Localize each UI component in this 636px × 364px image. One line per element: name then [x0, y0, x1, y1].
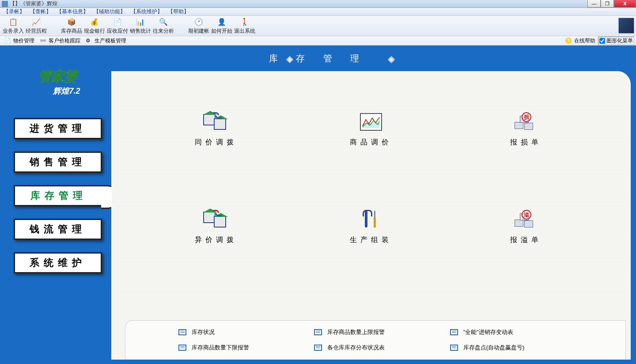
chart-icon — [358, 111, 384, 133]
doc-icon: 📄 — [113, 17, 122, 27]
nav-purchase[interactable]: 进货管理 — [14, 118, 102, 139]
table-icon — [178, 329, 186, 335]
link-upper-alarm[interactable]: 库存商品数量上限报警 — [314, 328, 436, 336]
transfer-same-price-button[interactable]: 同价调拨 — [138, 111, 293, 147]
warehouse-transfer-icon — [203, 111, 229, 133]
close-button[interactable]: X — [614, 0, 636, 8]
app-icon — [2, 1, 8, 7]
nav-inventory[interactable]: 库存管理 — [14, 185, 102, 206]
warehouse-transfer-diff-icon — [203, 209, 229, 230]
table-icon — [450, 329, 458, 335]
app-logo-icon — [618, 18, 634, 34]
gear-icon: ⚙ — [86, 38, 93, 44]
logo-sub: 辉煌7.2 — [53, 86, 80, 96]
online-help-link[interactable]: 在线帮助 — [574, 37, 595, 45]
nav-system[interactable]: 系统维护 — [14, 252, 102, 273]
tb-exit[interactable]: 🚶退出系统 — [233, 17, 256, 35]
menu-aux[interactable]: 【辅助功能】 — [94, 8, 125, 15]
search-icon: 🔍 — [159, 17, 168, 27]
minimize-button[interactable]: — — [587, 0, 601, 8]
menu-basic[interactable]: 【基本信息】 — [57, 8, 88, 15]
table-icon — [314, 345, 322, 351]
main-area: 库 存 管 理 管家婆 辉煌7.2 进货管理 销售管理 库存管理 钱流管理 系统… — [0, 46, 636, 364]
nav-sales[interactable]: 销售管理 — [14, 152, 102, 173]
stats-icon: 📊 — [136, 17, 145, 27]
price-adjust-button[interactable]: 商品调价 — [293, 111, 448, 147]
link-all-report[interactable]: "全能"进销存变动表 — [450, 328, 572, 336]
menu-bar: 【录帐】 【查帐】 【基本信息】 【辅助功能】 【系统维护】 【帮助】 — [0, 8, 636, 16]
tb-howto[interactable]: 👤如何开始 — [210, 17, 233, 35]
money-icon: 💰 — [90, 17, 99, 27]
chart-icon: 📈 — [31, 17, 41, 27]
tools-icon — [358, 209, 384, 230]
table-icon — [314, 329, 322, 335]
clipboard-icon: 📋 — [8, 17, 18, 27]
glasses-icon: 👓 — [40, 38, 47, 44]
link-stocktaking[interactable]: 库存盘点(自动盘赢盘亏) — [450, 344, 572, 352]
tb2-price-mgmt[interactable]: 📄物价管理 — [2, 37, 37, 45]
box-icon: 📦 — [67, 17, 76, 27]
tb-history[interactable]: 📈经营历程 — [25, 17, 48, 35]
graphical-menu-checkbox[interactable]: 图形化菜单 — [598, 37, 634, 45]
page-title: 库 存 管 理 — [269, 53, 367, 64]
tb2-customer-price[interactable]: 👓客户价格跟踪 — [37, 37, 83, 45]
table-icon — [450, 345, 458, 351]
doc-icon: 📄 — [4, 38, 11, 44]
secondary-toolbar: 📄物价管理 👓客户价格跟踪 ⚙生产模板管理 ? 在线帮助 图形化菜单 — [0, 36, 636, 46]
tb2-template[interactable]: ⚙生产模板管理 — [83, 37, 129, 45]
assembly-button[interactable]: 生产组装 — [293, 209, 448, 245]
transfer-diff-price-button[interactable]: 异价调拨 — [138, 209, 293, 245]
tb-initial[interactable]: 🕐期初建帐 — [187, 17, 210, 35]
help-icon: ? — [565, 38, 572, 44]
table-icon — [178, 345, 186, 351]
menu-help[interactable]: 【帮助】 — [168, 8, 189, 15]
tb-receivable[interactable]: 📄应收应付 — [106, 17, 129, 35]
menu-sys[interactable]: 【系统维护】 — [131, 8, 163, 15]
nav-cashflow[interactable]: 钱流管理 — [14, 219, 102, 240]
loss-report-button[interactable]: 损 报损单 — [449, 111, 604, 147]
menu-query[interactable]: 【查帐】 — [30, 8, 51, 15]
link-stock-status[interactable]: 库存状况 — [178, 328, 301, 336]
link-warehouse-dist[interactable]: 各仓库库存分布状况表 — [314, 344, 436, 352]
tb-cash[interactable]: 💰现金银行 — [83, 17, 106, 35]
title-bar: 【】《管家婆》辉煌 — ❐ X — [0, 0, 636, 8]
diamond-icon — [388, 56, 395, 64]
tb-sales-stats[interactable]: 📊销售统计 — [129, 17, 152, 35]
logo-area: 管家婆 辉煌7.2 — [5, 64, 110, 99]
clock-icon: 🕐 — [194, 17, 204, 27]
logo-main: 管家婆 — [38, 68, 78, 86]
content-panel: 同价调拨 商品调价 损 报损单 异价调拨 — [111, 71, 631, 360]
surplus-boxes-icon: 溢 — [513, 209, 539, 230]
loss-boxes-icon: 损 — [513, 111, 539, 133]
app-title: 【】《管家婆》辉煌 — [10, 0, 57, 8]
icon-grid: 同价调拨 商品调价 损 报损单 异价调拨 — [112, 72, 630, 262]
main-toolbar: 📋业务录入 📈经营历程 📦库存商品 💰现金银行 📄应收应付 📊销售统计 🔍往来分… — [0, 16, 636, 36]
sidebar: 管家婆 辉煌7.2 进货管理 销售管理 库存管理 钱流管理 系统维护 — [5, 64, 110, 364]
maximize-button[interactable]: ❐ — [601, 0, 614, 8]
tb-inventory[interactable]: 📦库存商品 — [60, 17, 83, 35]
window-controls: — ❐ X — [587, 0, 636, 8]
tb-analysis[interactable]: 🔍往来分析 — [152, 17, 175, 35]
exit-icon: 🚶 — [240, 17, 250, 27]
menu-record[interactable]: 【录帐】 — [4, 8, 25, 15]
tb-business-entry[interactable]: 📋业务录入 — [2, 17, 25, 35]
link-lower-alarm[interactable]: 库存商品数量下限报警 — [178, 344, 301, 352]
surplus-report-button[interactable]: 溢 报溢单 — [449, 209, 604, 245]
person-icon: 👤 — [217, 17, 227, 27]
bottom-links-panel: 库存状况 库存商品数量上限报警 "全能"进销存变动表 库存商品数量下限报警 各仓… — [125, 320, 626, 359]
